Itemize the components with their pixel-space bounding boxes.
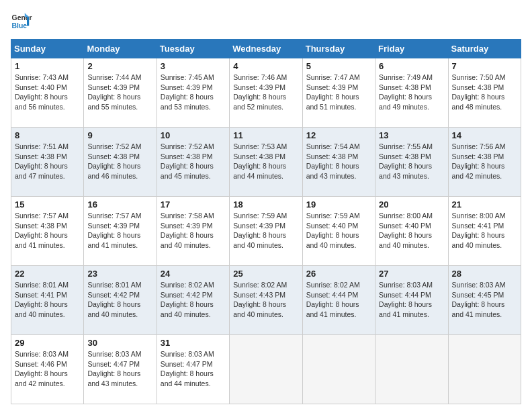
day-number: 7 [452,61,517,71]
calendar-cell: 29Sunrise: 8:03 AMSunset: 4:46 PMDayligh… [11,335,84,404]
day-number: 22 [15,269,80,279]
day-number: 28 [452,269,517,279]
calendar-cell: 20Sunrise: 8:00 AMSunset: 4:40 PMDayligh… [375,197,448,266]
day-info: Sunrise: 8:02 AMSunset: 4:42 PMDaylight:… [161,280,226,320]
day-info: Sunrise: 7:59 AMSunset: 4:39 PMDaylight:… [233,211,298,250]
calendar-cell: 11Sunrise: 7:53 AMSunset: 4:38 PMDayligh… [230,128,302,197]
calendar-cell: 24Sunrise: 8:02 AMSunset: 4:42 PMDayligh… [157,266,229,335]
day-info: Sunrise: 8:00 AMSunset: 4:40 PMDaylight:… [379,211,444,250]
day-info: Sunrise: 7:51 AMSunset: 4:38 PMDaylight:… [15,142,80,181]
calendar-week-row: 22Sunrise: 8:01 AMSunset: 4:41 PMDayligh… [11,266,521,335]
calendar-cell: 19Sunrise: 7:59 AMSunset: 4:40 PMDayligh… [302,197,375,266]
day-header-monday: Monday [84,40,157,58]
day-number: 27 [379,269,444,279]
day-info: Sunrise: 7:52 AMSunset: 4:38 PMDaylight:… [87,142,152,181]
day-number: 17 [161,199,226,210]
day-info: Sunrise: 8:03 AMSunset: 4:47 PMDaylight:… [161,349,226,389]
day-info: Sunrise: 8:00 AMSunset: 4:41 PMDaylight:… [452,211,517,250]
day-info: Sunrise: 7:57 AMSunset: 4:39 PMDaylight:… [87,211,152,250]
calendar-cell: 4Sunrise: 7:46 AMSunset: 4:39 PMDaylight… [230,58,302,128]
calendar-cell [448,335,521,404]
day-info: Sunrise: 7:56 AMSunset: 4:38 PMDaylight:… [452,142,517,181]
day-number: 8 [15,130,80,140]
day-info: Sunrise: 7:47 AMSunset: 4:39 PMDaylight:… [306,73,371,112]
calendar-cell: 22Sunrise: 8:01 AMSunset: 4:41 PMDayligh… [11,266,84,335]
day-info: Sunrise: 7:59 AMSunset: 4:40 PMDaylight:… [306,211,371,250]
calendar-cell: 25Sunrise: 8:02 AMSunset: 4:43 PMDayligh… [230,266,302,335]
day-number: 10 [161,130,226,140]
calendar-week-row: 1Sunrise: 7:43 AMSunset: 4:40 PMDaylight… [11,58,521,128]
day-number: 15 [15,199,80,210]
day-info: Sunrise: 7:50 AMSunset: 4:38 PMDaylight:… [452,73,517,112]
day-info: Sunrise: 7:52 AMSunset: 4:38 PMDaylight:… [161,142,226,181]
day-number: 1 [15,61,80,71]
calendar-cell: 12Sunrise: 7:54 AMSunset: 4:38 PMDayligh… [302,128,375,197]
day-number: 11 [233,130,298,140]
calendar-cell: 3Sunrise: 7:45 AMSunset: 4:39 PMDaylight… [157,58,229,128]
day-number: 29 [15,338,80,348]
day-info: Sunrise: 7:44 AMSunset: 4:39 PMDaylight:… [87,73,152,112]
day-info: Sunrise: 8:02 AMSunset: 4:43 PMDaylight:… [233,280,298,320]
day-number: 4 [233,61,298,71]
day-info: Sunrise: 7:55 AMSunset: 4:38 PMDaylight:… [379,142,444,181]
logo: General Blue [11,11,35,32]
day-header-wednesday: Wednesday [230,40,302,58]
calendar-cell: 9Sunrise: 7:52 AMSunset: 4:38 PMDaylight… [84,128,157,197]
calendar-week-row: 29Sunrise: 8:03 AMSunset: 4:46 PMDayligh… [11,335,521,404]
day-number: 21 [452,199,517,210]
day-header-saturday: Saturday [448,40,521,58]
page: General Blue SundayMondayTuesdayWednesda… [0,0,532,411]
day-info: Sunrise: 7:57 AMSunset: 4:38 PMDaylight:… [15,211,80,250]
calendar-cell: 28Sunrise: 8:03 AMSunset: 4:45 PMDayligh… [448,266,521,335]
day-header-tuesday: Tuesday [157,40,229,58]
day-info: Sunrise: 8:03 AMSunset: 4:46 PMDaylight:… [15,349,80,389]
day-info: Sunrise: 8:01 AMSunset: 4:42 PMDaylight:… [87,280,152,320]
calendar-cell: 18Sunrise: 7:59 AMSunset: 4:39 PMDayligh… [230,197,302,266]
day-number: 26 [306,269,371,279]
calendar-table: SundayMondayTuesdayWednesdayThursdayFrid… [11,39,521,404]
calendar-cell: 30Sunrise: 8:03 AMSunset: 4:47 PMDayligh… [84,335,157,404]
day-header-friday: Friday [375,40,448,58]
day-header-thursday: Thursday [302,40,375,58]
logo-icon: General Blue [11,11,32,32]
calendar-cell [302,335,375,404]
day-number: 24 [161,269,226,279]
header: General Blue [11,11,521,32]
day-number: 14 [452,130,517,140]
calendar-week-row: 15Sunrise: 7:57 AMSunset: 4:38 PMDayligh… [11,197,521,266]
calendar-week-row: 8Sunrise: 7:51 AMSunset: 4:38 PMDaylight… [11,128,521,197]
day-number: 12 [306,130,371,140]
day-number: 30 [87,338,152,348]
day-info: Sunrise: 7:43 AMSunset: 4:40 PMDaylight:… [15,73,80,112]
day-number: 19 [306,199,371,210]
day-info: Sunrise: 8:01 AMSunset: 4:41 PMDaylight:… [15,280,80,320]
calendar-cell: 6Sunrise: 7:49 AMSunset: 4:38 PMDaylight… [375,58,448,128]
calendar-cell: 7Sunrise: 7:50 AMSunset: 4:38 PMDaylight… [448,58,521,128]
calendar-cell: 31Sunrise: 8:03 AMSunset: 4:47 PMDayligh… [157,335,229,404]
day-info: Sunrise: 8:03 AMSunset: 4:47 PMDaylight:… [87,349,152,389]
day-info: Sunrise: 8:02 AMSunset: 4:44 PMDaylight:… [306,280,371,320]
calendar-cell: 26Sunrise: 8:02 AMSunset: 4:44 PMDayligh… [302,266,375,335]
svg-text:Blue: Blue [12,22,28,30]
calendar-cell: 5Sunrise: 7:47 AMSunset: 4:39 PMDaylight… [302,58,375,128]
calendar-cell: 2Sunrise: 7:44 AMSunset: 4:39 PMDaylight… [84,58,157,128]
day-info: Sunrise: 7:45 AMSunset: 4:39 PMDaylight:… [161,73,226,112]
calendar-cell: 16Sunrise: 7:57 AMSunset: 4:39 PMDayligh… [84,197,157,266]
day-number: 25 [233,269,298,279]
day-info: Sunrise: 7:46 AMSunset: 4:39 PMDaylight:… [233,73,298,112]
calendar-cell: 10Sunrise: 7:52 AMSunset: 4:38 PMDayligh… [157,128,229,197]
calendar-cell: 13Sunrise: 7:55 AMSunset: 4:38 PMDayligh… [375,128,448,197]
day-number: 3 [161,61,226,71]
calendar-cell: 21Sunrise: 8:00 AMSunset: 4:41 PMDayligh… [448,197,521,266]
day-number: 20 [379,199,444,210]
day-info: Sunrise: 7:53 AMSunset: 4:38 PMDaylight:… [233,142,298,181]
calendar-cell: 17Sunrise: 7:58 AMSunset: 4:39 PMDayligh… [157,197,229,266]
calendar-cell: 1Sunrise: 7:43 AMSunset: 4:40 PMDaylight… [11,58,84,128]
calendar-cell [375,335,448,404]
calendar-cell: 14Sunrise: 7:56 AMSunset: 4:38 PMDayligh… [448,128,521,197]
day-number: 23 [87,269,152,279]
day-number: 16 [87,199,152,210]
day-number: 2 [87,61,152,71]
day-info: Sunrise: 8:03 AMSunset: 4:44 PMDaylight:… [379,280,444,320]
day-info: Sunrise: 7:58 AMSunset: 4:39 PMDaylight:… [161,211,226,250]
